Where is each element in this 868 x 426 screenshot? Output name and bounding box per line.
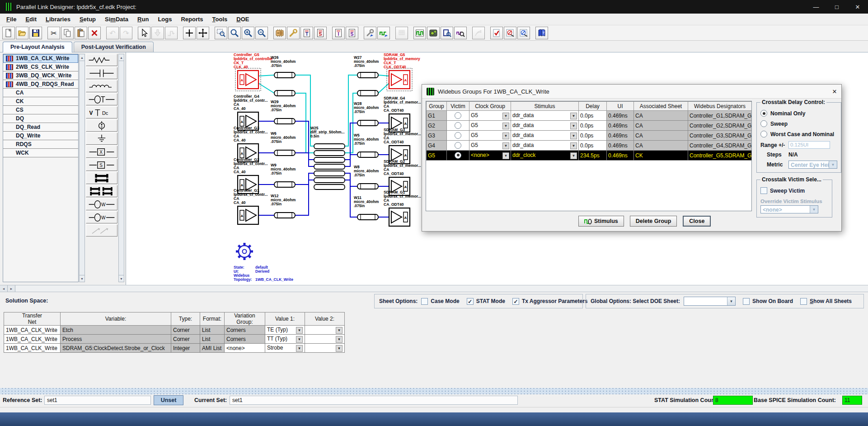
zoom-in-button[interactable] <box>242 27 254 39</box>
edit-wave-blue-button[interactable] <box>517 27 530 39</box>
menu-tools[interactable]: Tools <box>208 14 232 24</box>
checkbox-icon[interactable] <box>512 298 519 305</box>
new-file-button[interactable] <box>2 27 15 39</box>
select-doe-sheet-combo[interactable]: ▼ <box>684 297 736 306</box>
dropdown-arrow-icon[interactable]: ▼ <box>502 152 509 159</box>
victim-radio[interactable] <box>455 142 461 149</box>
tune-wrench-button[interactable] <box>287 27 300 39</box>
tline-symbol[interactable] <box>357 90 378 96</box>
net-wire[interactable] <box>378 83 389 93</box>
tline-symbol[interactable] <box>357 152 378 157</box>
solution-row[interactable]: 1WB_CA_CLK_WriteProcessCornerListCorners… <box>4 335 345 344</box>
select-pointer-button[interactable] <box>138 27 150 39</box>
metric-combo[interactable]: Center Eye Height ▼ <box>788 161 837 169</box>
dropdown-arrow-icon[interactable]: ▼ <box>570 142 577 149</box>
column-header[interactable]: Clock Group <box>469 102 511 111</box>
s-block-tool[interactable]: S <box>86 159 117 171</box>
coupled-line-tool[interactable] <box>86 172 117 184</box>
net-item-ck[interactable]: CK <box>3 97 78 106</box>
tline-symbol[interactable] <box>274 118 295 124</box>
chevron-down-icon[interactable]: ▼ <box>829 161 837 168</box>
checkbox-show-all-sheets[interactable]: Show All Sheets <box>800 298 852 305</box>
column-header[interactable]: Group <box>427 102 447 111</box>
victim-radio[interactable] <box>455 112 461 119</box>
close-dialog-button[interactable]: Close <box>683 216 711 227</box>
net-wire[interactable] <box>295 93 314 153</box>
board-button[interactable] <box>273 27 286 39</box>
dropdown-arrow-icon[interactable]: ▼ <box>570 133 577 139</box>
tline-symbol[interactable] <box>274 150 295 156</box>
group-row-G3[interactable]: G3▼G5▼ddr_data0.0ps0.469nsCAController_G… <box>427 131 752 141</box>
group-row-G1[interactable]: G1▼G5▼ddr_data0.0ps0.469nsCAController_G… <box>427 111 752 121</box>
tline-symbol[interactable] <box>357 72 378 78</box>
panel-splitter[interactable] <box>0 388 868 394</box>
sidebar-scrollbar[interactable]: ▲ ▼ <box>79 54 85 282</box>
range-input[interactable]: 0.125UI <box>788 141 830 149</box>
net-item-3wb-dq-wck-write[interactable]: 3WB_DQ_WCK_Write <box>3 71 78 80</box>
w-element-2-tool[interactable]: W <box>86 211 117 223</box>
copy-button[interactable] <box>61 27 74 39</box>
component-Controller_G5[interactable]: AController_G5lpddr5x_cf_controllerCK_TC… <box>234 52 273 91</box>
sweep-victim-checkbox[interactable] <box>760 187 767 194</box>
net-wire[interactable] <box>295 180 314 215</box>
checkbox-stat-mode[interactable]: STAT Mode <box>467 298 505 305</box>
override-victim-stimulus-combo[interactable]: <none> ▼ <box>760 205 818 213</box>
board-view-button[interactable] <box>427 27 440 39</box>
minimize-button[interactable]: ― <box>806 0 826 14</box>
capacitor-tool[interactable] <box>86 67 117 79</box>
radio-sweep[interactable]: Sweep <box>760 120 837 127</box>
doc-search-button[interactable] <box>441 27 453 39</box>
victim-radio[interactable] <box>455 152 461 159</box>
disabled-sweep-tool[interactable] <box>86 224 117 237</box>
tab-pre-layout-analysis[interactable]: Pre-Layout Analysis <box>3 42 72 52</box>
sim-setup-button[interactable] <box>364 27 376 39</box>
menu-doe[interactable]: DOE <box>232 14 253 24</box>
tline-symbol[interactable] <box>274 90 295 96</box>
tline-source-tool[interactable] <box>86 93 117 105</box>
vdc-probe-tool[interactable]: VDc <box>86 106 117 118</box>
component-SDRAM_G5[interactable]: ASDRAM_G5lpddr5x_cf_memoryCLK_TCLK_ODT40 <box>384 52 420 91</box>
waveform-viewer-button[interactable] <box>413 27 426 39</box>
report-spice-button[interactable]: S <box>314 27 327 39</box>
menu-edit[interactable]: Edit <box>21 14 41 24</box>
dropdown-arrow-icon[interactable]: ▼ <box>336 345 343 352</box>
delete-group-button[interactable]: Delete Group <box>630 216 677 227</box>
component-SDRAM_G4[interactable]: ASDRAM_G4lpddr5x_cf_memor...CACA_ODT40 <box>384 96 421 132</box>
x-block-tool[interactable]: X <box>86 146 117 158</box>
dropdown-arrow-icon[interactable]: ▼ <box>336 327 343 334</box>
ground-tool[interactable] <box>86 133 117 145</box>
column-header[interactable]: Associated Sheet <box>634 102 688 111</box>
menu-file[interactable]: File <box>2 14 21 24</box>
resistor-tool[interactable] <box>86 54 117 66</box>
tline-symbol[interactable] <box>357 184 378 189</box>
chevron-down-icon[interactable]: ▼ <box>810 206 818 213</box>
radio-nominal-only[interactable]: Nominal Only <box>760 110 837 117</box>
solution-row[interactable]: 1WB_CA_CLK_WriteSDRAM_G5:ClockDetect.Str… <box>4 344 345 353</box>
scroll-left-icon[interactable]: ◄ <box>0 285 8 292</box>
group-row-G2[interactable]: G2▼G5▼ddr_data0.0ps0.469nsCAController_G… <box>427 121 752 131</box>
victim-radio[interactable] <box>455 132 461 139</box>
group-row-G5[interactable]: G5▼<none>▼ddr_clock234.5ps0.469nsCKContr… <box>427 151 752 161</box>
menu-setup[interactable]: Setup <box>75 14 100 24</box>
palette-scrollbar[interactable]: ▲ ▼ <box>118 54 124 282</box>
checkbox-tx-aggressor-parameters[interactable]: Tx Aggressor Parameters <box>512 298 588 305</box>
dropdown-arrow-icon[interactable]: ▼ <box>570 113 577 119</box>
sim-wave-button[interactable] <box>377 27 390 39</box>
cut-button[interactable]: ✂ <box>47 27 60 39</box>
coupled-line-bundle[interactable] <box>314 144 345 189</box>
chevron-down-icon[interactable]: ▼ <box>727 297 735 305</box>
dropdown-arrow-icon[interactable]: ▼ <box>570 152 577 159</box>
scroll-up-icon[interactable]: ▲ <box>80 54 84 61</box>
dropdown-arrow-icon[interactable]: ▼ <box>296 345 303 352</box>
net-item-cs[interactable]: CS <box>3 106 78 114</box>
dropdown-arrow-icon[interactable]: ▼ <box>502 123 509 129</box>
probe-button[interactable] <box>183 27 196 39</box>
checkbox-icon[interactable] <box>800 298 807 305</box>
dropdown-arrow-icon[interactable]: ▼ <box>336 336 343 343</box>
save-file-button[interactable] <box>29 27 42 39</box>
net-item-dq-write[interactable]: DQ_Write <box>3 132 78 140</box>
help-book-button[interactable]: ? <box>535 27 548 39</box>
report-sheet-button[interactable]: S <box>346 27 358 39</box>
component-Controller_G4[interactable]: AController_G4lpddr5x_cf_contr...CACA_40 <box>234 94 268 130</box>
stimulus-button[interactable]: Stimulus <box>578 216 624 227</box>
